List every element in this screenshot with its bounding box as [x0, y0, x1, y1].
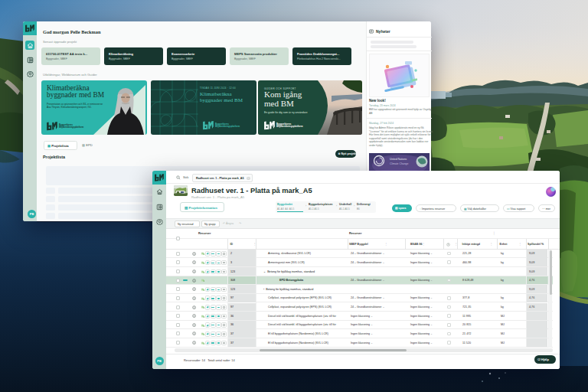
svg-text:Climate Change: Climate Change: [390, 162, 408, 165]
svg-text:United Nations: United Nations: [390, 158, 407, 161]
